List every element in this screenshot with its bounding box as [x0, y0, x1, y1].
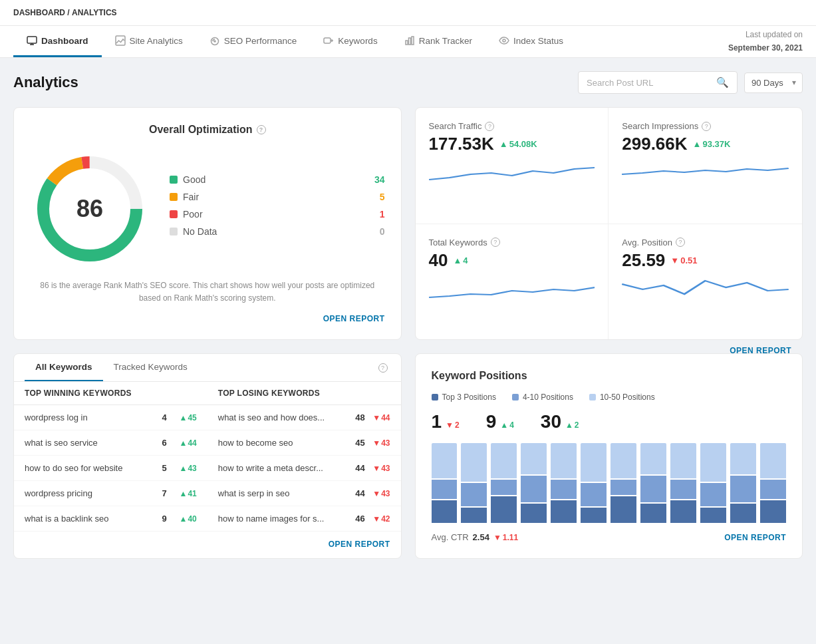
search-traffic-block: Search Traffic ? 177.53K ▲ 54.08K — [416, 108, 609, 224]
kp-legend: Top 3 Positions 4-10 Positions 10-50 Pos… — [432, 393, 787, 402]
tab-keywords[interactable]: Keywords — [310, 26, 390, 57]
nav-tabs: Dashboard Site Analytics SEO Performance… — [13, 26, 577, 57]
optimization-title: Overall Optimization ? — [30, 124, 385, 136]
bar-column — [551, 443, 577, 523]
kp-stat-2: 30 ▲ 2 — [541, 411, 579, 432]
search-impressions-block: Search Impressions ? 299.66K ▲ 93.37K — [609, 108, 802, 224]
days-select[interactable]: 90 Days 7 Days 30 Days — [744, 73, 803, 93]
page-header: Analytics 🔍 90 Days 7 Days 30 Days — [13, 71, 803, 94]
nav-bar: Dashboard Site Analytics SEO Performance… — [0, 26, 816, 58]
kw-lose-4: how to name images for s... 46 ▼ 42 — [207, 506, 401, 531]
keyword-positions-card: Keyword Positions Top 3 Positions 4-10 P… — [415, 353, 803, 559]
search-impressions-info[interactable]: ? — [702, 122, 711, 131]
svg-rect-0 — [27, 37, 37, 43]
search-traffic-info[interactable]: ? — [485, 122, 494, 131]
bar-chart — [432, 443, 787, 523]
kw-win-change-2: ▲ 43 — [180, 464, 197, 473]
tab-site-analytics[interactable]: Site Analytics — [102, 26, 196, 57]
kw-win-0: wordpress log in 4 ▲ 45 — [14, 405, 207, 430]
kw-row-2: how to do seo for website 5 ▲ 43 how to … — [14, 456, 401, 481]
kw-win-1: what is seo service 6 ▲ 44 — [14, 430, 207, 455]
total-keywords-sparkline — [429, 271, 595, 304]
avg-position-label: Avg. Position ? — [622, 238, 789, 247]
kp-legend-10-50: 10-50 Positions — [589, 393, 655, 402]
svg-point-10 — [503, 39, 505, 42]
kw-lose-2: how to write a meta descr... 44 ▼ 43 — [207, 456, 401, 480]
kp-stat-1: 9 ▲ 4 — [486, 411, 514, 432]
kp-report-link[interactable]: OPEN REPORT — [724, 533, 786, 542]
kw-lose-0: what is seo and how does... 48 ▼ 44 — [207, 405, 401, 430]
breadcrumb-dashboard[interactable]: DASHBOARD — [13, 8, 65, 17]
kw-row-0: wordpress log in 4 ▲ 45 what is seo and … — [14, 405, 401, 430]
gauge-icon — [209, 35, 220, 46]
kw-win-change-3: ▲ 41 — [180, 489, 197, 498]
bar-column — [461, 443, 487, 523]
optimization-desc: 86 is the average Rank Math's SEO score.… — [30, 279, 385, 305]
legend-poor: Poor 1 — [170, 209, 385, 220]
search-input[interactable] — [587, 78, 711, 88]
avg-position-info[interactable]: ? — [676, 238, 685, 247]
kw-win-2: how to do seo for website 5 ▲ 43 — [14, 456, 207, 480]
keywords-info-icon[interactable]: ? — [378, 363, 388, 373]
tab-dashboard[interactable]: Dashboard — [13, 26, 102, 57]
kp-legend-top3-dot — [432, 394, 438, 401]
svg-point-3 — [214, 41, 215, 42]
search-traffic-value: 177.53K ▲ 54.08K — [429, 134, 595, 154]
kw-lose-change-4: ▼ 42 — [372, 514, 390, 524]
tab-index-status[interactable]: Index Status — [485, 26, 577, 57]
keywords-card: All Keywords Tracked Keywords ? Top Winn… — [13, 353, 402, 559]
bar-column — [611, 443, 636, 523]
tab-seo-performance[interactable]: SEO Performance — [196, 26, 311, 57]
legend-nodata: No Data 0 — [170, 226, 385, 237]
top-row: Overall Optimization ? — [13, 107, 803, 340]
optimization-report-link[interactable]: OPEN REPORT — [323, 314, 385, 323]
optimization-info-icon[interactable]: ? — [257, 125, 266, 134]
kw-win-4: what is a backlink seo 9 ▲ 40 — [14, 506, 207, 531]
tab-all-keywords[interactable]: All Keywords — [25, 354, 103, 381]
tab-tracked-keywords[interactable]: Tracked Keywords — [103, 354, 198, 381]
chart-icon — [115, 35, 126, 46]
kp-footer: Avg. CTR 2.54 ▼ 1.11 OPEN REPORT — [432, 532, 787, 542]
search-icon: 🔍 — [716, 77, 729, 88]
legend-fair: Fair 5 — [170, 192, 385, 202]
keywords-report-link[interactable]: OPEN REPORT — [329, 540, 390, 549]
total-keywords-value: 40 ▲ 4 — [429, 250, 595, 271]
kw-row-4: what is a backlink seo 9 ▲ 40 how to nam… — [14, 506, 401, 532]
tab-rank-tracker[interactable]: Rank Tracker — [391, 26, 485, 57]
bar-column — [730, 443, 756, 523]
total-keywords-info[interactable]: ? — [491, 238, 500, 247]
avg-ctr: Avg. CTR 2.54 ▼ 1.11 — [432, 532, 519, 542]
total-keywords-block: Total Keywords ? 40 ▲ 4 — [416, 224, 609, 340]
kw-win-change-4: ▲ 40 — [180, 514, 197, 524]
search-traffic-label: Search Traffic ? — [429, 121, 595, 131]
optimization-body: 86 Good 34 Fair 5 — [30, 149, 385, 269]
kw-lose-change-1: ▼ 43 — [372, 438, 390, 448]
donut-center: 86 — [76, 195, 103, 223]
total-keywords-change: ▲ 4 — [453, 255, 468, 265]
kw-lose-change-3: ▼ 43 — [372, 489, 390, 498]
last-updated: Last updated on September 30, 2021 — [728, 29, 803, 54]
legend-nodata-dot — [170, 228, 178, 236]
breadcrumb-separator: / — [67, 8, 69, 17]
days-select-wrap: 90 Days 7 Days 30 Days — [744, 73, 803, 93]
kw-win-change-1: ▲ 44 — [180, 438, 197, 448]
kw-lose-1: how to become seo 45 ▼ 43 — [207, 430, 401, 455]
legend-poor-dot — [170, 210, 178, 218]
losing-header: Top Losing Keywords — [207, 382, 401, 404]
kw-tab-list: All Keywords Tracked Keywords — [25, 354, 198, 381]
kp-legend-4-10-dot — [512, 394, 519, 401]
legend-good: Good 34 — [170, 174, 385, 185]
winning-header: Top Winning Keywords — [14, 382, 207, 404]
kp-stat-change-0: ▼ 2 — [446, 420, 460, 430]
kp-legend-4-10: 4-10 Positions — [512, 393, 573, 402]
search-box[interactable]: 🔍 — [578, 71, 738, 94]
search-impressions-change: ▲ 93.37K — [693, 139, 731, 149]
total-keywords-label: Total Keywords ? — [429, 238, 595, 247]
optimization-legend: Good 34 Fair 5 Poor 1 N — [170, 174, 385, 243]
ctr-change: ▼ 1.11 — [493, 533, 518, 542]
monitor-icon — [27, 35, 37, 46]
header-controls: 🔍 90 Days 7 Days 30 Days — [578, 71, 803, 94]
kw-lose-3: what is serp in seo 44 ▼ 43 — [207, 481, 401, 506]
optimization-card: Overall Optimization ? — [13, 107, 402, 340]
bar-column — [491, 443, 517, 523]
